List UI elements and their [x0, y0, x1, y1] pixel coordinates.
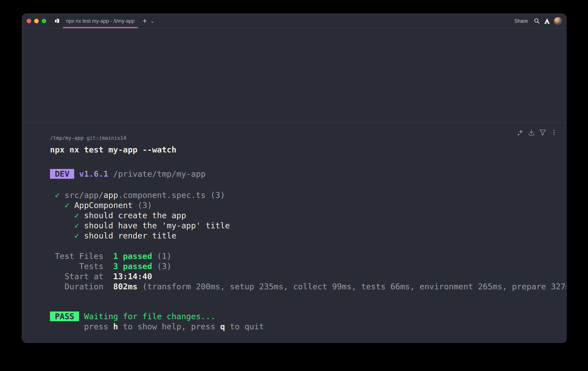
check-icon: ✓ [70, 231, 84, 240]
key-h: h [113, 322, 118, 331]
check-icon: ✓ [70, 211, 84, 220]
summary-value: 13:14:40 [104, 272, 152, 281]
vitest-cwd: /private/tmp/my-app [108, 169, 206, 179]
test-file-line: ✓ src/app/app.component.spec.ts (3) [50, 190, 225, 200]
titlebar: npx nx test my-app - /t/my-app + ⌄ Share [22, 14, 566, 29]
tab-pages-icon [54, 18, 61, 24]
user-avatar[interactable] [554, 17, 562, 25]
summary-row-start-at: Start at 13:14:40 [50, 271, 152, 281]
filter-icon[interactable] [539, 129, 546, 136]
active-tab-indicator [63, 27, 138, 28]
summary-value: 3 passed [104, 262, 152, 271]
summary-label: Tests [50, 261, 104, 271]
close-window-button[interactable] [27, 19, 31, 23]
search-icon[interactable] [534, 18, 540, 24]
pass-badge: PASS [50, 311, 79, 321]
test-suite-line: ✓ AppComponent (3) [50, 200, 152, 210]
summary-row-test-files: Test Files 1 passed (1) [50, 251, 171, 261]
tab-active[interactable]: npx nx test my-app - /t/my-app [63, 14, 138, 28]
test-case-line: ✓ should render title [50, 231, 176, 241]
summary-label: Start at [50, 271, 104, 281]
block-divider [22, 123, 566, 123]
command-line: npx nx test my-app --watch [50, 144, 176, 155]
minimize-window-button[interactable] [34, 19, 39, 23]
maximize-window-button[interactable] [42, 19, 46, 23]
scrollback-area [22, 29, 566, 123]
window-controls [27, 19, 46, 23]
watch-message: Waiting for file changes... [79, 312, 215, 321]
summary-row-tests: Tests 3 passed (3) [50, 261, 171, 271]
block-toolbar [516, 129, 558, 136]
tab-title: npx nx test my-app - /t/my-app [66, 18, 135, 24]
summary-extra: (1) [152, 251, 172, 261]
warp-logo-icon[interactable] [544, 18, 550, 24]
summary-row-duration: Duration 802ms (transform 200ms, setup 2… [50, 281, 567, 292]
dev-badge: DEV [50, 169, 74, 179]
watch-hint-line: press h to show help, press q to quit [50, 321, 264, 331]
test-case-line: ✓ should have the 'my-app' title [50, 220, 230, 231]
kebab-menu-icon[interactable] [550, 129, 558, 136]
new-tab-button[interactable]: + [142, 14, 147, 28]
check-icon: ✓ [50, 190, 65, 200]
key-q: q [220, 322, 225, 331]
vitest-header-line: DEV v1.6.1 /private/tmp/my-app [50, 169, 206, 179]
share-button[interactable]: Share [514, 18, 528, 24]
download-icon[interactable] [528, 129, 535, 136]
watch-status-line: PASS Waiting for file changes... [50, 311, 215, 321]
check-icon: ✓ [60, 201, 74, 210]
vitest-version: v1.6.1 [74, 169, 108, 179]
check-icon: ✓ [70, 221, 84, 230]
test-case-line: ✓ should create the app [50, 210, 186, 220]
summary-value: 802ms [104, 282, 137, 291]
summary-value: 1 passed [104, 251, 152, 261]
summary-label: Duration [50, 281, 104, 292]
prompt-line: /tmp/my-app git:(main)±14 [50, 133, 126, 143]
summary-extra: (3) [152, 262, 172, 271]
sparkles-ai-icon[interactable] [516, 129, 524, 136]
summary-label: Test Files [50, 251, 104, 261]
chevron-down-icon[interactable]: ⌄ [150, 18, 155, 24]
terminal-window: npx nx test my-app - /t/my-app + ⌄ Share [22, 13, 567, 343]
summary-extra: (transform 200ms, setup 235ms, collect 9… [137, 282, 567, 291]
titlebar-actions: Share [514, 17, 562, 25]
